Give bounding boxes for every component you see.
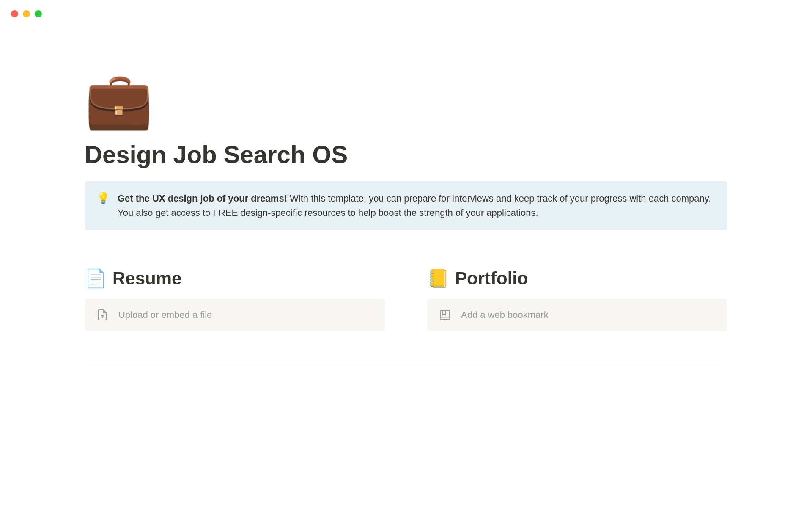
resume-heading-text: Resume	[112, 268, 181, 289]
document-icon: 📄	[85, 270, 107, 287]
minimize-window-button[interactable]	[23, 10, 30, 17]
callout-block[interactable]: 💡 Get the UX design job of your dreams! …	[85, 181, 727, 230]
add-bookmark-block[interactable]: Add a web bookmark	[427, 299, 727, 331]
maximize-window-button[interactable]	[35, 10, 42, 17]
page-icon[interactable]: 💼	[85, 72, 727, 127]
upload-file-block[interactable]: Upload or embed a file	[85, 299, 385, 331]
callout-bold: Get the UX design job of your dreams!	[118, 193, 287, 204]
bookmark-icon	[438, 308, 452, 322]
file-upload-icon	[96, 308, 109, 322]
page-content: 💼 Design Job Search OS 💡 Get the UX desi…	[0, 17, 812, 365]
page-title[interactable]: Design Job Search OS	[85, 140, 727, 168]
callout-text: Get the UX design job of your dreams! Wi…	[118, 191, 716, 220]
portfolio-column: 📒 Portfolio Add a web bookmark	[427, 268, 727, 331]
divider	[85, 365, 727, 365]
resume-column: 📄 Resume Upload or embed a file	[85, 268, 385, 331]
portfolio-heading[interactable]: 📒 Portfolio	[427, 268, 727, 289]
lightbulb-icon: 💡	[96, 191, 110, 220]
notebook-icon: 📒	[427, 270, 449, 287]
portfolio-heading-text: Portfolio	[455, 268, 528, 289]
upload-file-label: Upload or embed a file	[118, 309, 212, 320]
columns: 📄 Resume Upload or embed a file 📒 P	[85, 268, 727, 331]
close-window-button[interactable]	[11, 10, 18, 17]
resume-heading[interactable]: 📄 Resume	[85, 268, 385, 289]
add-bookmark-label: Add a web bookmark	[461, 309, 549, 320]
window-traffic-lights	[0, 0, 812, 17]
